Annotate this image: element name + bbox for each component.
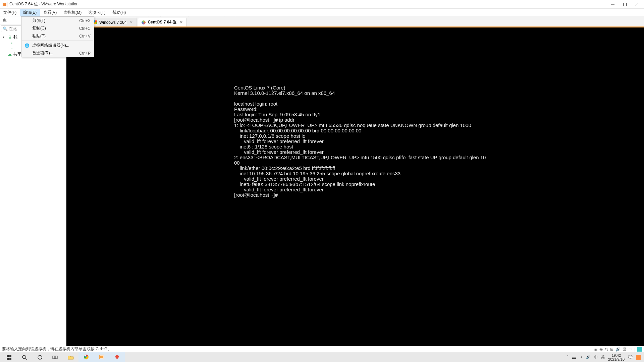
device-printer-icon[interactable]: 🖶 bbox=[623, 347, 627, 352]
device-usb-icon[interactable]: ⊟ bbox=[610, 347, 613, 352]
computer-icon: 🖥 bbox=[7, 35, 12, 40]
svg-rect-20 bbox=[9, 355, 11, 357]
tray-battery-icon[interactable]: ▬ bbox=[572, 355, 576, 359]
vmware-statusbar: 要将输入定向到该虚拟机，请在虚拟机内部单击或按 Ctrl+G。 ▣ ◉ ⇆ ⊟ … bbox=[0, 346, 644, 352]
svg-rect-19 bbox=[7, 355, 9, 357]
svg-point-25 bbox=[38, 355, 42, 359]
menu-item-prefs-label: 首选项(R)... bbox=[32, 50, 53, 56]
menu-separator bbox=[22, 41, 93, 41]
cortana-button[interactable] bbox=[32, 352, 48, 362]
svg-rect-26 bbox=[53, 356, 55, 359]
window-minimize-button[interactable] bbox=[610, 2, 615, 7]
device-sound-icon[interactable]: 🔊 bbox=[615, 347, 621, 352]
centos-logo-icon bbox=[142, 20, 146, 24]
content-area: Windows 7 x64 ✕ CentOS 7 64 位 ✕ CentOS L… bbox=[66, 16, 644, 346]
statusbar-separator: | bbox=[634, 347, 635, 352]
vm-icon: ▫ bbox=[9, 41, 14, 45]
menu-help[interactable]: 帮助(H) bbox=[109, 9, 129, 16]
window-close-button[interactable] bbox=[635, 2, 639, 7]
menu-view[interactable]: 查看(V) bbox=[40, 9, 60, 16]
tray-volume-icon[interactable]: 🔊 bbox=[586, 355, 591, 359]
search-icon: 🔍 bbox=[3, 26, 8, 31]
tab-centos[interactable]: CentOS 7 64 位 ✕ bbox=[138, 18, 186, 26]
menu-item-cut-label: 剪切(T) bbox=[32, 18, 45, 23]
tray-clock[interactable]: 19:42 2021/9/10 bbox=[608, 353, 625, 361]
taskbar-app-button[interactable] bbox=[109, 352, 125, 362]
tray-ime-zh[interactable]: 中 bbox=[594, 355, 598, 360]
taskbar-vmware-button[interactable] bbox=[94, 352, 109, 362]
menu-item-paste[interactable]: 粘贴(P) Ctrl+V bbox=[21, 32, 94, 40]
vm-icon: ▫ bbox=[9, 46, 14, 51]
menu-item-paste-label: 粘贴(P) bbox=[32, 33, 46, 39]
menu-item-prefs-shortcut: Ctrl+P bbox=[79, 51, 91, 56]
svg-rect-21 bbox=[7, 358, 9, 360]
tab-windows7[interactable]: Windows 7 x64 ✕ bbox=[90, 18, 137, 26]
window-title: CentOS 7 64 位 - VMware Workstation bbox=[9, 1, 78, 7]
svg-point-23 bbox=[22, 355, 26, 359]
system-tray: ˄ ▬ ⚞ 🔊 中 英 19:42 2021/9/10 💬 bbox=[567, 353, 643, 361]
window-maximize-button[interactable] bbox=[623, 2, 627, 7]
menu-item-cut-shortcut: Ctrl+X bbox=[79, 18, 91, 23]
device-cd-icon[interactable]: ◉ bbox=[599, 347, 603, 352]
taskbar-explorer-button[interactable] bbox=[63, 352, 78, 362]
tray-notifications-icon[interactable]: 💬 bbox=[628, 355, 633, 359]
tab-close-icon[interactable]: ✕ bbox=[180, 20, 183, 24]
window-titlebar: CentOS 7 64 位 - VMware Workstation bbox=[0, 0, 644, 9]
menu-item-copy-shortcut: Ctrl+C bbox=[79, 26, 91, 31]
tree-root-label: 我 bbox=[13, 34, 17, 40]
menu-item-vnet-editor[interactable]: 🌐 虚拟网络编辑器(N)... bbox=[21, 42, 94, 49]
tray-ime-en[interactable]: 英 bbox=[601, 355, 605, 360]
statusbar-device-icons: ▣ ◉ ⇆ ⊟ 🔊 🖶 ▭ | bbox=[594, 347, 642, 352]
tray-time: 19:42 bbox=[608, 353, 625, 357]
device-display-icon[interactable]: ▭ bbox=[629, 347, 632, 352]
start-button[interactable] bbox=[1, 352, 17, 362]
menu-item-cut[interactable]: 剪切(T) Ctrl+X bbox=[21, 17, 94, 24]
vm-console[interactable]: CentOS Linux 7 (Core) Kernel 3.10.0-1127… bbox=[66, 27, 644, 346]
menu-edit[interactable]: 编辑(E) bbox=[20, 9, 40, 16]
menu-item-copy[interactable]: 复制(C) Ctrl+C bbox=[21, 24, 94, 32]
vmware-app-icon bbox=[2, 2, 7, 7]
network-icon: 🌐 bbox=[24, 43, 30, 48]
tray-chevron-icon[interactable]: ˄ bbox=[567, 355, 569, 359]
edit-menu-dropdown: 剪切(T) Ctrl+X 复制(C) Ctrl+C 粘贴(P) Ctrl+V 🌐… bbox=[21, 16, 94, 57]
menubar: 文件(F) 编辑(E) 查看(V) 虚拟机(M) 选项卡(T) 帮助(H) bbox=[0, 9, 644, 16]
vm-status-indicator[interactable] bbox=[637, 347, 642, 352]
menu-file[interactable]: 文件(F) bbox=[0, 9, 20, 16]
menu-item-paste-shortcut: Ctrl+V bbox=[79, 34, 91, 39]
svg-rect-22 bbox=[9, 358, 11, 360]
tab-close-icon[interactable]: ✕ bbox=[130, 20, 133, 24]
task-view-button[interactable] bbox=[48, 352, 63, 362]
device-hdd-icon[interactable]: ▣ bbox=[594, 347, 597, 352]
menu-item-vnet-label: 虚拟网络编辑器(N)... bbox=[32, 43, 69, 48]
svg-rect-2 bbox=[624, 3, 627, 6]
tray-wifi-icon[interactable]: ⚞ bbox=[579, 355, 583, 359]
tab-windows7-label: Windows 7 x64 bbox=[99, 20, 126, 25]
sidebar: 库 🔍 ▾ 🖥 我 ▫ ▫ ☁ 共享的虚拟机 bbox=[0, 16, 66, 346]
tray-date: 2021/9/10 bbox=[608, 357, 625, 361]
menu-item-copy-label: 复制(C) bbox=[32, 25, 46, 31]
taskbar-search-button[interactable] bbox=[17, 352, 32, 362]
svg-rect-0 bbox=[3, 2, 7, 6]
svg-line-24 bbox=[25, 358, 27, 360]
tree-collapse-icon: ▾ bbox=[3, 35, 6, 39]
tab-centos-label: CentOS 7 64 位 bbox=[148, 19, 176, 25]
shared-icon: ☁ bbox=[7, 52, 12, 57]
svg-rect-27 bbox=[55, 356, 57, 359]
statusbar-text: 要将输入定向到该虚拟机，请在虚拟机内部单击或按 Ctrl+G。 bbox=[2, 346, 111, 352]
tray-extra-indicator[interactable] bbox=[636, 355, 641, 360]
menu-vm[interactable]: 虚拟机(M) bbox=[60, 9, 85, 16]
menu-item-preferences[interactable]: 首选项(R)... Ctrl+P bbox=[21, 49, 94, 57]
device-network-icon[interactable]: ⇆ bbox=[605, 347, 608, 352]
vm-tabstrip: Windows 7 x64 ✕ CentOS 7 64 位 ✕ bbox=[66, 16, 644, 27]
menu-tabs[interactable]: 选项卡(T) bbox=[85, 9, 109, 16]
taskbar-chrome-button[interactable] bbox=[78, 352, 94, 362]
windows-taskbar: ˄ ▬ ⚞ 🔊 中 英 19:42 2021/9/10 💬 bbox=[0, 352, 644, 362]
